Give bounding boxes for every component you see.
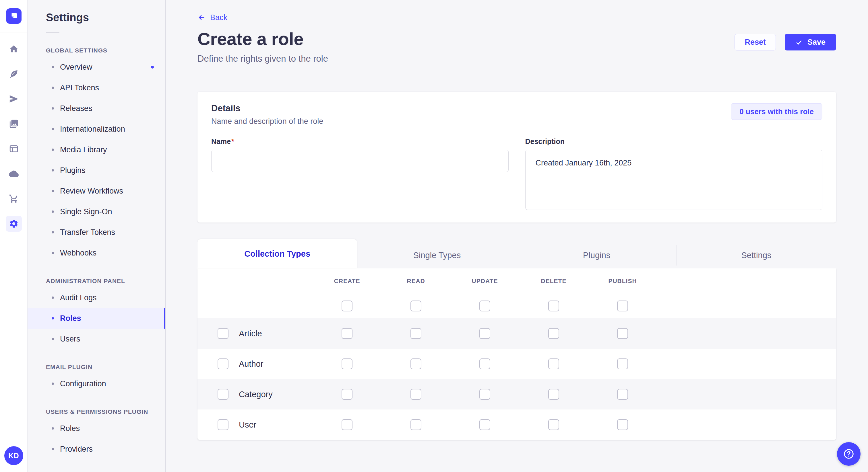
feather-icon[interactable]: [6, 66, 22, 82]
row-author-checkbox[interactable]: [218, 359, 228, 369]
category-publish-checkbox[interactable]: [617, 389, 628, 400]
select-all-row: [197, 294, 836, 318]
user-publish-checkbox[interactable]: [617, 419, 628, 430]
sidebar-item-label: Overview: [60, 63, 92, 72]
nav-section-label: USERS & PERMISSIONS PLUGIN: [46, 408, 165, 415]
sidebar-divider: [46, 32, 59, 33]
row-category-checkbox[interactable]: [218, 389, 228, 400]
table-row-article: Article: [197, 318, 836, 349]
tab-collection-types[interactable]: Collection Types: [197, 239, 357, 268]
category-read-checkbox[interactable]: [410, 389, 422, 400]
sidebar-item-plugins[interactable]: Plugins: [28, 160, 165, 181]
select-all-read-checkbox[interactable]: [410, 301, 422, 311]
strapi-logo[interactable]: [6, 8, 22, 24]
bullet-icon: [52, 317, 54, 319]
sidebar-item-label: Roles: [60, 424, 80, 433]
tab-single-types[interactable]: Single Types: [357, 242, 517, 268]
sidebar-item-providers[interactable]: Providers: [28, 439, 165, 460]
select-all-update-checkbox[interactable]: [479, 301, 490, 311]
sidebar-item-label: Users: [60, 335, 81, 343]
nav-section-label: ADMINISTRATION PANEL: [46, 278, 165, 284]
author-publish-checkbox[interactable]: [617, 359, 628, 369]
details-title: Details: [211, 103, 323, 113]
category-create-checkbox[interactable]: [342, 389, 352, 400]
row-article-checkbox[interactable]: [218, 328, 228, 339]
category-delete-checkbox[interactable]: [548, 389, 559, 400]
sidebar-item-review-workflows[interactable]: Review Workflows: [28, 181, 165, 201]
sidebar-item-users[interactable]: Users: [28, 329, 165, 349]
sidebar-item-releases[interactable]: Releases: [28, 98, 165, 119]
settings-sidebar: Settings GLOBAL SETTINGSOverviewAPI Toke…: [28, 0, 166, 472]
user-read-checkbox[interactable]: [410, 419, 422, 430]
sidebar-item-configuration[interactable]: Configuration: [28, 373, 165, 394]
users-with-role-button[interactable]: 0 users with this role: [731, 103, 823, 120]
table-row-user: User: [197, 409, 836, 440]
back-label: Back: [210, 13, 227, 22]
user-update-checkbox[interactable]: [479, 419, 490, 430]
user-delete-checkbox[interactable]: [548, 419, 559, 430]
description-label: Description: [525, 137, 823, 146]
bullet-icon: [52, 190, 54, 192]
sidebar-item-overview[interactable]: Overview: [28, 57, 165, 77]
bullet-icon: [52, 169, 54, 171]
author-update-checkbox[interactable]: [479, 359, 490, 369]
sidebar-item-label: Review Workflows: [60, 187, 123, 196]
select-all-create-checkbox[interactable]: [342, 301, 352, 311]
check-icon: [795, 39, 803, 46]
sidebar-item-audit-logs[interactable]: Audit Logs: [28, 287, 165, 308]
article-update-checkbox[interactable]: [479, 328, 490, 339]
media-library-icon[interactable]: [6, 116, 22, 132]
sidebar-item-single-sign-on[interactable]: Single Sign-On: [28, 201, 165, 222]
sidebar-item-roles[interactable]: Roles: [28, 418, 165, 439]
logo-area: [0, 0, 27, 32]
help-button[interactable]: [837, 442, 861, 466]
bullet-icon: [52, 87, 54, 89]
sidebar-item-webhooks[interactable]: Webhooks: [28, 243, 165, 263]
notification-dot: [151, 66, 154, 69]
author-read-checkbox[interactable]: [410, 359, 422, 369]
header-actions: Reset Save: [735, 34, 836, 50]
category-update-checkbox[interactable]: [479, 389, 490, 400]
cart-icon[interactable]: [6, 191, 22, 207]
sidebar-item-internationalization[interactable]: Internationalization: [28, 119, 165, 139]
sidebar-item-media-library[interactable]: Media Library: [28, 139, 165, 160]
avatar[interactable]: KD: [4, 446, 23, 465]
sidebar-item-label: API Tokens: [60, 83, 99, 92]
sidebar-item-roles[interactable]: Roles: [28, 308, 165, 329]
sidebar-item-label: Plugins: [60, 166, 86, 175]
sidebar-item-api-tokens[interactable]: API Tokens: [28, 77, 165, 98]
cloud-icon[interactable]: [6, 166, 22, 182]
description-field[interactable]: Created January 16th, 2025: [525, 150, 823, 210]
article-read-checkbox[interactable]: [410, 328, 422, 339]
article-delete-checkbox[interactable]: [548, 328, 559, 339]
rail-footer: KD: [0, 440, 27, 472]
permissions-table: CREATEREADUPDATEDELETEPUBLISHArticleAuth…: [197, 268, 836, 440]
page-header: Back Create a role Define the rights giv…: [197, 0, 836, 64]
table-row-author: Author: [197, 349, 836, 379]
bullet-icon: [52, 382, 54, 385]
select-all-delete-checkbox[interactable]: [548, 301, 559, 311]
article-publish-checkbox[interactable]: [617, 328, 628, 339]
bullet-icon: [52, 427, 54, 430]
row-user-checkbox[interactable]: [218, 419, 228, 430]
home-icon[interactable]: [6, 41, 22, 57]
nav-section-label: EMAIL PLUGIN: [46, 364, 165, 370]
author-delete-checkbox[interactable]: [548, 359, 559, 369]
paper-plane-icon[interactable]: [6, 91, 22, 107]
gear-icon[interactable]: [6, 216, 22, 232]
permissions-tabs: Collection TypesSingle TypesPluginsSetti…: [197, 239, 836, 268]
sidebar-item-transfer-tokens[interactable]: Transfer Tokens: [28, 222, 165, 243]
reset-button[interactable]: Reset: [735, 34, 776, 50]
sidebar-item-label: Audit Logs: [60, 293, 97, 302]
user-create-checkbox[interactable]: [342, 419, 352, 430]
layout-icon[interactable]: [6, 141, 22, 157]
tab-plugins[interactable]: Plugins: [517, 242, 677, 268]
article-create-checkbox[interactable]: [342, 328, 352, 339]
save-button[interactable]: Save: [785, 34, 836, 50]
tab-settings[interactable]: Settings: [677, 242, 836, 268]
back-link[interactable]: Back: [197, 12, 328, 22]
author-create-checkbox[interactable]: [342, 359, 352, 369]
bullet-icon: [52, 210, 54, 213]
select-all-publish-checkbox[interactable]: [617, 301, 628, 311]
name-field[interactable]: [211, 150, 508, 172]
